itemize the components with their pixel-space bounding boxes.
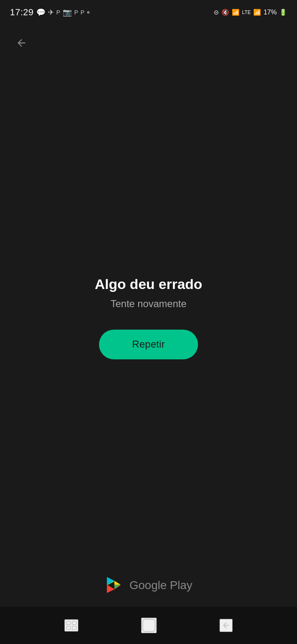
status-bar-right-icons: ⊝ 🔇 📶 LTE 📶 17% 🔋 bbox=[214, 9, 287, 16]
google-play-triangle-icon bbox=[105, 576, 123, 594]
back-arrow-icon bbox=[16, 37, 27, 49]
svg-marker-8 bbox=[115, 585, 121, 589]
nav-back-icon bbox=[220, 620, 232, 631]
lte-icon: LTE bbox=[242, 9, 251, 15]
vpn-icon: ⊝ bbox=[214, 9, 219, 16]
mute-icon: 🔇 bbox=[222, 9, 229, 16]
svg-rect-12 bbox=[72, 626, 76, 630]
status-time: 17:29 bbox=[10, 7, 34, 18]
message-icon: 💬 bbox=[36, 8, 45, 17]
back-button[interactable] bbox=[12, 33, 31, 53]
retry-button[interactable]: Repetir bbox=[99, 329, 198, 359]
battery-icon: 🔋 bbox=[279, 9, 287, 16]
back-button-area bbox=[0, 25, 297, 61]
nav-back-button[interactable] bbox=[219, 619, 233, 632]
svg-rect-13 bbox=[143, 619, 155, 632]
error-title: Algo deu errado bbox=[95, 276, 203, 292]
signal-icon: 📶 bbox=[253, 9, 261, 16]
status-bar-time-area: 17:29 💬 ✈ P 📷 P P bbox=[10, 7, 90, 18]
svg-rect-11 bbox=[66, 626, 71, 630]
svg-rect-9 bbox=[66, 621, 71, 625]
error-subtitle: Tente novamente bbox=[111, 298, 186, 310]
google-play-label: Google Play bbox=[130, 579, 193, 592]
battery-percent: 17% bbox=[264, 9, 277, 16]
nav-home-button[interactable] bbox=[141, 618, 157, 633]
nav-bar bbox=[0, 607, 297, 644]
pinterest-icon-3: P bbox=[80, 9, 84, 16]
telegram-icon: ✈ bbox=[48, 8, 54, 17]
error-content: Algo deu errado Tente novamente Repetir bbox=[0, 276, 297, 359]
nav-recent-icon bbox=[65, 620, 78, 631]
more-notifications-dot bbox=[87, 11, 90, 14]
pinterest-icon-2: P bbox=[74, 9, 78, 16]
status-bar: 17:29 💬 ✈ P 📷 P P ⊝ 🔇 📶 LTE 📶 17% 🔋 bbox=[0, 0, 297, 25]
wifi-icon: 📶 bbox=[232, 9, 240, 16]
google-play-branding: Google Play bbox=[105, 576, 193, 594]
instagram-icon: 📷 bbox=[63, 8, 72, 17]
nav-home-icon bbox=[142, 618, 156, 632]
svg-marker-6 bbox=[115, 581, 121, 585]
svg-marker-5 bbox=[107, 577, 114, 585]
svg-rect-10 bbox=[72, 621, 76, 625]
pinterest-icon-1: P bbox=[57, 9, 60, 16]
svg-marker-7 bbox=[107, 585, 114, 593]
nav-recent-button[interactable] bbox=[64, 619, 78, 632]
